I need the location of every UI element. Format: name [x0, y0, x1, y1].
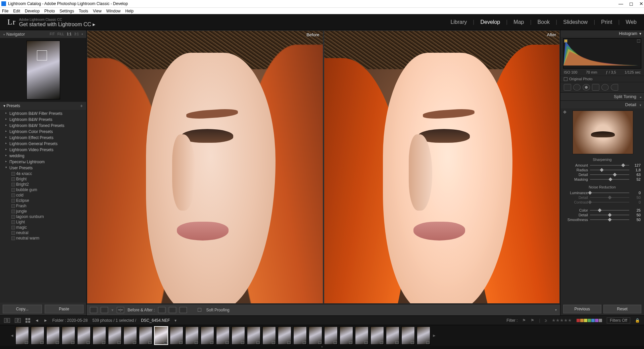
- previous-button[interactable]: Previous: [563, 305, 601, 313]
- main-window-button[interactable]: 1: [4, 318, 10, 323]
- flag-filter-icon[interactable]: ⚑: [522, 318, 526, 323]
- add-preset-icon[interactable]: +: [80, 103, 83, 108]
- menu-file[interactable]: File: [2, 9, 8, 13]
- paste-button[interactable]: Paste: [45, 305, 84, 313]
- zoom-FILL[interactable]: FILL: [57, 32, 64, 36]
- presets-panel-header[interactable]: ▾ Presets +: [0, 102, 86, 110]
- copy-before-icon[interactable]: [180, 307, 187, 313]
- preset-item[interactable]: jungle: [0, 209, 86, 214]
- module-print[interactable]: Print: [601, 19, 612, 25]
- module-slideshow[interactable]: Slideshow: [563, 19, 588, 25]
- preset-folder[interactable]: Lightroom Video Presets: [0, 147, 86, 153]
- folder-breadcrumb[interactable]: Folder : 2020-05-28: [52, 318, 88, 323]
- before-after-yy-icon[interactable]: Y|Y: [117, 307, 124, 313]
- filmstrip-thumb[interactable]: [355, 326, 368, 345]
- noise-luminance-slider[interactable]: Luminance0: [560, 190, 644, 195]
- filmstrip-thumb[interactable]: [62, 326, 75, 345]
- preset-folder[interactable]: wedding: [0, 153, 86, 159]
- color-label-filter[interactable]: [577, 319, 602, 322]
- menu-view[interactable]: View: [93, 9, 102, 13]
- filmstrip-thumb[interactable]: [386, 326, 399, 345]
- filmstrip-thumb[interactable]: [15, 326, 29, 345]
- rating-filter[interactable]: ★★★★★: [552, 318, 572, 323]
- reset-button[interactable]: Reset: [603, 305, 642, 313]
- maximize-icon[interactable]: ◻: [629, 1, 633, 6]
- zoom-FIT[interactable]: FIT: [50, 32, 55, 36]
- module-web[interactable]: Web: [626, 19, 637, 25]
- filmstrip-thumb[interactable]: [31, 326, 44, 345]
- loupe-view-icon[interactable]: [90, 307, 97, 313]
- filmstrip-left-icon[interactable]: ◄: [10, 333, 13, 338]
- brand-big[interactable]: Get started with Lightroom CC ▸: [19, 22, 96, 27]
- filmstrip-thumb[interactable]: [46, 326, 60, 345]
- preset-item[interactable]: Frash: [0, 203, 86, 209]
- preset-folder[interactable]: Lightroom Effect Presets: [0, 135, 86, 141]
- rating-ge-icon[interactable]: ≥: [545, 318, 547, 323]
- filmstrip-thumb[interactable]: [293, 326, 307, 345]
- navigator-preview[interactable]: [0, 38, 86, 102]
- filmstrip-thumb[interactable]: [324, 326, 338, 345]
- radial-tool-icon[interactable]: [601, 84, 609, 91]
- preset-folder[interactable]: Lightroom B&W Presets: [0, 117, 86, 123]
- sharpening-radius-slider[interactable]: Radius1,8: [560, 168, 644, 172]
- swap-icon[interactable]: [158, 307, 165, 313]
- preset-folder[interactable]: Lightroom B&W Filter Presets: [0, 111, 86, 117]
- filters-off-label[interactable]: Filters Off: [607, 317, 630, 323]
- preset-item[interactable]: cold: [0, 192, 86, 198]
- preset-item[interactable]: neutral warm: [0, 235, 86, 241]
- menu-tools[interactable]: Tools: [79, 9, 88, 13]
- nav-fwd-icon[interactable]: ►: [44, 318, 48, 323]
- filmstrip-thumb[interactable]: [417, 326, 430, 345]
- menu-photo[interactable]: Photo: [44, 9, 55, 13]
- navigator-viewport[interactable]: [37, 50, 47, 60]
- noise-detail-slider[interactable]: Detail50: [560, 213, 644, 217]
- navigator-panel-header[interactable]: ▾ Navigator FITFILL1:13:1♦: [0, 30, 86, 38]
- filmstrip-thumb[interactable]: [370, 326, 384, 345]
- noise-smoothness-slider[interactable]: Smoothness50: [560, 217, 644, 222]
- module-develop[interactable]: Develop: [480, 19, 500, 25]
- menu-settings[interactable]: Settings: [59, 9, 74, 13]
- filter-lock-icon[interactable]: 🔒: [635, 318, 640, 323]
- filmstrip-thumb[interactable]: [216, 326, 230, 345]
- filmstrip-thumb[interactable]: [262, 326, 276, 345]
- noise-color-slider[interactable]: Color25: [560, 208, 644, 213]
- detail-preview[interactable]: [573, 111, 633, 154]
- menu-develop[interactable]: Develop: [25, 9, 40, 13]
- filmstrip-thumb[interactable]: [185, 326, 199, 345]
- filmstrip-thumb[interactable]: [123, 326, 137, 345]
- original-photo-checkbox[interactable]: [564, 77, 567, 81]
- preset-item[interactable]: Eclipse: [0, 198, 86, 203]
- preset-folder[interactable]: Lightroom B&W Toned Presets: [0, 123, 86, 129]
- sharpening-masking-slider[interactable]: Masking52: [560, 177, 644, 182]
- filmstrip-thumb[interactable]: [77, 326, 91, 345]
- close-icon[interactable]: ✕: [639, 1, 643, 6]
- nav-back-icon[interactable]: ◄: [35, 318, 39, 323]
- histogram[interactable]: [563, 38, 641, 69]
- redeye-tool-icon[interactable]: [583, 84, 590, 91]
- second-window-button[interactable]: 2: [15, 318, 21, 323]
- filmstrip-thumb[interactable]: [232, 326, 245, 345]
- grid-view-icon[interactable]: [26, 318, 30, 323]
- preset-item[interactable]: Light: [0, 219, 86, 225]
- preset-item[interactable]: 4в класс: [0, 171, 86, 176]
- spot-tool-icon[interactable]: [573, 84, 581, 91]
- copy-button[interactable]: Copy...: [3, 305, 42, 313]
- menu-window[interactable]: Window: [106, 9, 121, 13]
- preset-folder[interactable]: Lightroom Color Presets: [0, 129, 86, 135]
- copy-after-icon[interactable]: [169, 307, 176, 313]
- module-map[interactable]: Map: [513, 19, 524, 25]
- filmstrip-thumb[interactable]: [201, 326, 214, 345]
- filmstrip-thumb[interactable]: [108, 326, 121, 345]
- detail-target-icon[interactable]: ✥: [560, 108, 566, 115]
- filmstrip-thumb[interactable]: [401, 326, 415, 345]
- filmstrip-thumb[interactable]: [340, 326, 353, 345]
- split-toning-panel-header[interactable]: Split Toning: [560, 92, 644, 100]
- module-library[interactable]: Library: [450, 19, 467, 25]
- preset-item[interactable]: magic: [0, 225, 86, 230]
- toolbar-more-icon[interactable]: ▾: [555, 308, 557, 312]
- filmstrip-thumb[interactable]: [93, 326, 106, 345]
- filmstrip-thumb[interactable]: [309, 326, 322, 345]
- minimize-icon[interactable]: —: [618, 1, 623, 6]
- panel-collapse-icon[interactable]: ▼: [0, 346, 644, 349]
- zoom-1-1[interactable]: 1:1: [67, 32, 71, 36]
